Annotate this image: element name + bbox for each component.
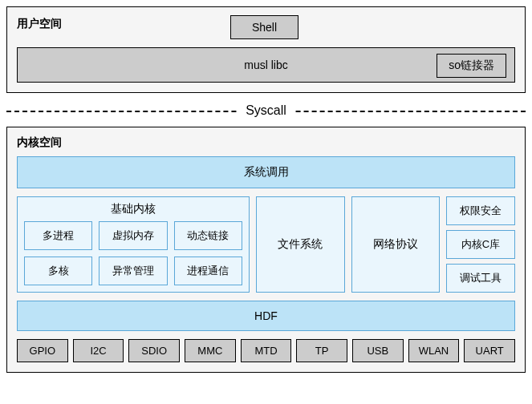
core-item-virtual-memory: 虚拟内存 [99, 221, 167, 250]
driver-i2c: I2C [73, 339, 124, 362]
driver-tp: TP [296, 339, 347, 362]
network-protocol-box: 网络协议 [351, 196, 441, 293]
syscall-label: Syscall [238, 103, 294, 118]
user-space-header: 用户空间 Shell [17, 15, 515, 39]
user-space-section: 用户空间 Shell musl libc so链接器 [6, 6, 526, 93]
syscall-divider: Syscall [6, 101, 526, 120]
driver-mtd: MTD [241, 339, 292, 362]
core-item-multicore: 多核 [24, 257, 92, 285]
right-stack: 权限安全 内核C库 调试工具 [446, 196, 515, 293]
driver-usb: USB [352, 339, 404, 362]
right-item-security: 权限安全 [446, 196, 515, 225]
core-kernel-grid: 多进程 虚拟内存 动态链接 多核 异常管理 进程通信 [24, 221, 242, 285]
filesystem-box: 文件系统 [256, 196, 345, 293]
core-kernel-group: 基础内核 多进程 虚拟内存 动态链接 多核 异常管理 进程通信 [17, 196, 250, 293]
so-linker-box: so链接器 [437, 54, 506, 78]
kernel-space-section: 内核空间 系统调用 基础内核 多进程 虚拟内存 动态链接 多核 异常管理 进程通… [6, 127, 526, 373]
core-item-ipc: 进程通信 [174, 257, 242, 285]
right-item-debug-tool: 调试工具 [446, 264, 515, 293]
core-kernel-title: 基础内核 [24, 202, 242, 216]
hdf-box: HDF [17, 301, 515, 331]
core-item-multiprocess: 多进程 [24, 221, 92, 250]
core-item-dynamic-link: 动态链接 [174, 221, 242, 250]
kernel-space-title: 内核空间 [17, 135, 515, 150]
driver-sdio: SDIO [128, 339, 180, 362]
driver-row: GPIO I2C SDIO MMC MTD TP USB WLAN UART [17, 339, 515, 362]
driver-uart: UART [464, 339, 515, 362]
shell-box: Shell [230, 15, 298, 39]
libc-label: musl libc [244, 59, 287, 71]
right-item-kernel-c-lib: 内核C库 [446, 230, 515, 259]
driver-mmc: MMC [185, 339, 236, 362]
kernel-mid-row: 基础内核 多进程 虚拟内存 动态链接 多核 异常管理 进程通信 文件系统 网络协… [17, 196, 515, 293]
core-item-exception: 异常管理 [99, 257, 167, 285]
driver-wlan: WLAN [408, 339, 460, 362]
libc-row: musl libc so链接器 [17, 47, 515, 83]
driver-gpio: GPIO [17, 339, 68, 362]
system-call-box: 系统调用 [17, 156, 515, 188]
